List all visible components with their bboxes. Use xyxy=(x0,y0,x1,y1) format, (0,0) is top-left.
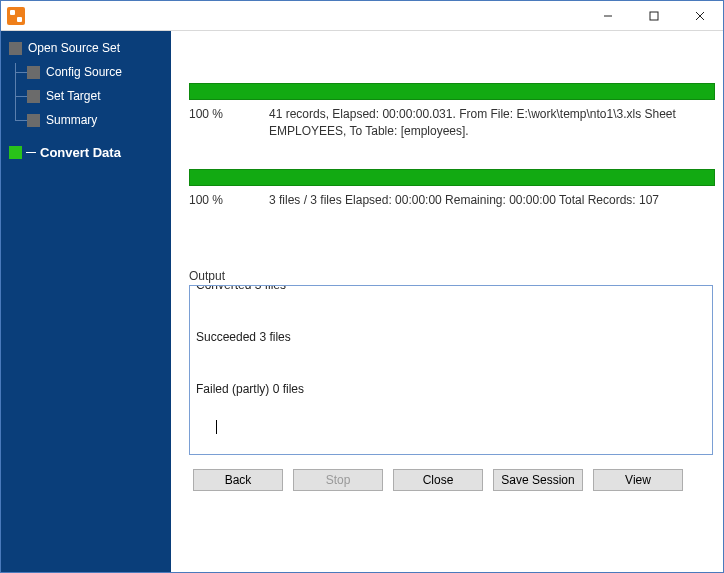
main: 100 % 41 records, Elapsed: 00:00:00.031.… xyxy=(171,31,723,572)
close-button[interactable] xyxy=(677,1,723,31)
window-controls xyxy=(585,1,723,31)
tree-node-icon xyxy=(9,42,22,55)
button-bar: Back Stop Close Save Session View xyxy=(171,461,723,501)
sidebar-item-open-source-set[interactable]: Open Source Set xyxy=(9,41,171,55)
file-progress-bar xyxy=(189,83,715,100)
close-button-bottom[interactable]: Close xyxy=(393,469,483,491)
total-progress-row: 100 % 3 files / 3 files Elapsed: 00:00:0… xyxy=(189,192,715,209)
maximize-button[interactable] xyxy=(631,1,677,31)
total-progress-bar xyxy=(189,169,715,186)
tree-node-label: Set Target xyxy=(46,89,100,103)
save-session-button[interactable]: Save Session xyxy=(493,469,583,491)
total-progress-text: 3 files / 3 files Elapsed: 00:00:00 Rema… xyxy=(269,192,715,209)
app-icon xyxy=(7,7,25,25)
tree-node-icon xyxy=(27,90,40,103)
body: Open Source Set Config Source Set Target… xyxy=(1,31,723,572)
back-button[interactable]: Back xyxy=(193,469,283,491)
spacer xyxy=(189,41,715,83)
svg-rect-1 xyxy=(650,12,658,20)
tree-node-icon xyxy=(27,66,40,79)
sidebar-item-set-target[interactable]: Set Target xyxy=(27,89,171,103)
sidebar-item-convert-data[interactable]: Convert Data xyxy=(9,145,171,160)
tree-node-icon xyxy=(27,114,40,127)
file-progress-percent: 100 % xyxy=(189,106,269,141)
output-line: Succeeded 3 files xyxy=(196,329,706,346)
tree-node-label: Open Source Set xyxy=(28,41,120,55)
progress-area: 100 % 41 records, Elapsed: 00:00:00.031.… xyxy=(171,31,723,269)
sidebar-item-summary[interactable]: Summary xyxy=(27,113,171,127)
sidebar: Open Source Set Config Source Set Target… xyxy=(1,31,171,572)
text-caret xyxy=(216,420,217,434)
tree-node-label: Convert Data xyxy=(40,145,121,160)
titlebar-left xyxy=(1,7,25,25)
view-button[interactable]: View xyxy=(593,469,683,491)
file-progress-row: 100 % 41 records, Elapsed: 00:00:00.031.… xyxy=(189,106,715,141)
tree-connector xyxy=(26,152,36,153)
output-textarea[interactable]: EMPLOYEES, To Table: [employees]. 41 rec… xyxy=(189,285,713,455)
tree-children: Config Source Set Target Summary xyxy=(9,65,171,127)
output-line: Failed (partly) 0 files xyxy=(196,381,706,398)
output-label: Output xyxy=(189,269,713,283)
minimize-button[interactable] xyxy=(585,1,631,31)
titlebar xyxy=(1,1,723,31)
tree-node-label: Config Source xyxy=(46,65,122,79)
total-progress-percent: 100 % xyxy=(189,192,269,209)
tree-node-label: Summary xyxy=(46,113,97,127)
sidebar-item-config-source[interactable]: Config Source xyxy=(27,65,171,79)
file-progress-text: 41 records, Elapsed: 00:00:00.031. From … xyxy=(269,106,715,141)
stop-button: Stop xyxy=(293,469,383,491)
tree-node-active-icon xyxy=(9,146,22,159)
output-line: Converted 3 files xyxy=(196,285,706,294)
